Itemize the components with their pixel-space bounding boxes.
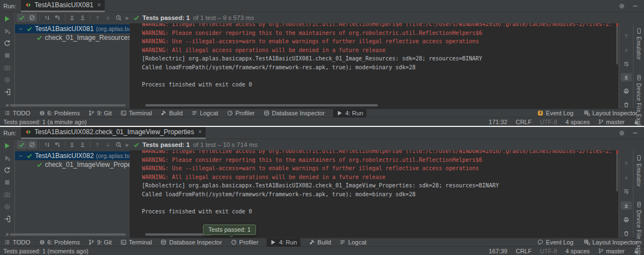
stop-button[interactable] [3,178,11,186]
toolbar-item-todo[interactable]: TODO [4,238,30,247]
line-ending-indicator[interactable]: CRLF [515,119,531,125]
import-tests-button[interactable] [3,215,11,223]
toolbar-item-problems[interactable]: 6: Problems [39,109,80,118]
encoding-indicator[interactable]: UTF-8 [540,248,557,254]
thread-dump-camera-icon[interactable] [3,191,11,198]
event-log-button[interactable]: Event Log [537,109,574,118]
toolbar-item-profiler[interactable]: Profiler [227,109,255,118]
run-tab[interactable]: TestA1BasicUIX082.check_01_ImageView_Pro… [21,127,206,139]
toolbar-item-run[interactable]: 4: Run [267,238,300,247]
soft-wrap-toggle[interactable] [621,59,632,68]
sort-alphabetically-button[interactable] [42,140,52,149]
previous-failed-test-button[interactable] [93,140,103,149]
previous-failed-test-button[interactable] [93,13,103,22]
scroll-to-end-toggle[interactable] [621,201,632,210]
down-stacktrace-button[interactable] [621,46,632,54]
import-tests-button[interactable] [3,88,11,96]
test-history-button[interactable] [114,140,124,149]
test-tree-child-row[interactable]: check_01_Image_Resources 9 s 573 ms [15,33,130,42]
show-passed-toggle[interactable] [17,13,27,22]
toolbar-item-terminal[interactable]: Terminal [120,238,152,247]
sidebar-item-emulator[interactable]: Emulator [636,28,642,60]
layout-inspector-button[interactable]: Layout Inspector [584,238,637,247]
console-vertical-scrollbar[interactable] [616,150,618,191]
test-tree-root-row[interactable]: TestA1BasicUIX082 (org.aplas.basica 10 s… [15,151,130,160]
next-failed-test-button[interactable] [103,140,113,149]
rerun-tests-button[interactable] [3,15,11,23]
print-console-button[interactable] [621,215,632,223]
encoding-indicator[interactable]: UTF-8 [540,119,557,125]
toolbar-item-database-inspector[interactable]: Database Inspector [160,238,222,247]
console-horizontal-scrollbar[interactable] [145,104,378,106]
indent-indicator[interactable]: 4 spaces [565,248,590,254]
run-console[interactable]: WARNING: Illegal reflective access by or… [130,23,619,109]
layout-inspector-button[interactable]: Layout Inspector [584,109,637,118]
sort-by-duration-button[interactable] [53,140,63,149]
show-ignored-toggle[interactable] [27,13,37,22]
tab-close-icon[interactable]: × [97,1,101,9]
git-branch-widget[interactable]: master [598,119,625,125]
toolbar-item-problems[interactable]: 6: Problems [39,238,80,247]
toolbar-item-git[interactable]: 9: Git [88,238,111,247]
stop-button[interactable] [3,52,11,59]
sidebar-item-emulator[interactable]: Emulator [636,155,642,187]
tab-close-icon[interactable]: × [198,128,202,136]
git-branch-widget[interactable]: master [598,248,625,254]
next-failed-test-button[interactable] [103,13,113,22]
show-passed-toggle[interactable] [17,140,27,149]
expand-all-button[interactable] [67,13,77,22]
test-settings-gear-icon[interactable] [3,76,11,84]
toggle-auto-test-button[interactable] [3,166,11,174]
rerun-failed-tests-button[interactable] [3,27,11,35]
down-stacktrace-button[interactable] [621,173,632,181]
expand-all-button[interactable] [67,140,77,149]
test-tree-child-row[interactable]: check_01_ImageView_Properties 10 s 714 m… [15,160,130,169]
print-console-button[interactable] [621,87,632,95]
toolbar-more-chevron-icon[interactable]: » [124,141,130,148]
scroll-to-end-toggle[interactable] [621,73,632,81]
caret-position[interactable]: 171:32 [489,119,508,125]
rerun-failed-tests-button[interactable] [3,154,11,162]
toolbar-item-logcat[interactable]: Logcat [191,109,218,118]
rerun-tests-button[interactable] [3,142,11,150]
toolbar-item-git[interactable]: 9: Git [88,109,111,118]
test-history-button[interactable] [114,13,124,22]
toolbar-item-build[interactable]: Build [160,109,182,118]
soft-wrap-toggle[interactable] [621,187,632,196]
thread-dump-camera-icon[interactable] [3,64,11,72]
indent-indicator[interactable]: 4 spaces [565,119,590,125]
show-ignored-toggle[interactable] [27,140,37,149]
expander-chevron-down-icon[interactable] [18,26,24,32]
sort-by-duration-button[interactable] [53,13,63,22]
clear-console-button[interactable] [621,230,632,238]
collapse-all-button[interactable] [78,13,88,22]
clear-console-button[interactable] [621,100,632,109]
console-horizontal-scrollbar[interactable] [145,233,212,236]
toolbar-item-terminal[interactable]: Terminal [120,109,152,118]
up-stacktrace-button[interactable] [621,32,632,40]
toolbar-item-logcat[interactable]: Logcat [339,238,366,247]
tool-window-hide-icon[interactable] [632,130,638,136]
test-settings-gear-icon[interactable] [3,203,11,211]
toolbar-item-database-inspector[interactable]: Database Inspector [263,109,325,118]
up-stacktrace-button[interactable] [621,159,632,167]
caret-position[interactable]: 167:39 [489,248,508,254]
run-tab[interactable]: TestA1BasicUIX081 × [21,0,105,12]
test-tree-root-row[interactable]: TestA1BasicUIX081 (org.aplas.basica 9 s … [15,24,130,33]
toolbar-item-profiler[interactable]: Profiler [231,238,259,247]
toolbar-item-todo[interactable]: TODO [4,109,30,118]
toolbar-item-build[interactable]: Build [309,238,331,247]
tool-window-hide-icon[interactable] [632,3,638,9]
collapse-all-button[interactable] [78,140,88,149]
sort-alphabetically-button[interactable] [42,13,52,22]
expander-chevron-down-icon[interactable] [18,153,24,159]
tree-horizontal-scrollbar[interactable] [10,233,126,236]
sidebar-item-device-file-explorer[interactable]: Device File Explorer [636,74,642,126]
tree-horizontal-scrollbar[interactable] [10,104,126,106]
sidebar-item-device-file-explorer[interactable]: Device File Explorer [636,201,642,255]
toggle-auto-test-button[interactable] [3,39,11,47]
line-ending-indicator[interactable]: CRLF [515,248,531,254]
event-log-button[interactable]: Event Log [537,238,574,247]
toolbar-more-chevron-icon[interactable]: » [124,14,130,21]
console-vertical-scrollbar[interactable] [616,23,618,64]
